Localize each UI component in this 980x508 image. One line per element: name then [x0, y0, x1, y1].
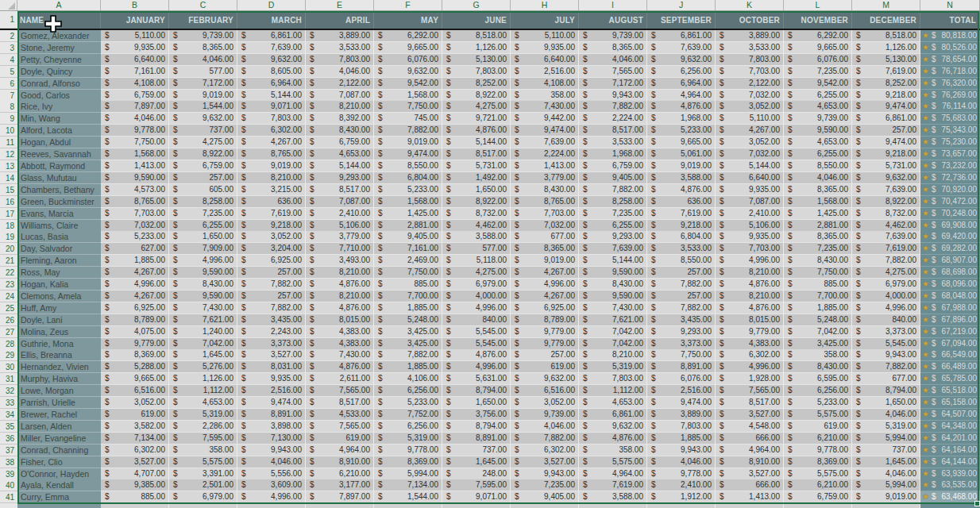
- cell-month-value[interactable]: $4,653.00: [306, 148, 374, 160]
- cell-month-value[interactable]: $7,565.00: [579, 66, 647, 78]
- cell-total[interactable]: ★$75,683.00: [920, 113, 980, 125]
- cell-month-value[interactable]: $9,943.00: [579, 90, 647, 102]
- cell-month-value[interactable]: $4,383.00: [306, 338, 374, 350]
- cell-total[interactable]: ★$64,507.00: [920, 409, 980, 421]
- cell-month-value[interactable]: $9,935.00: [101, 42, 169, 54]
- cell-month-value[interactable]: $4,996.00: [716, 361, 784, 373]
- cell-month-value[interactable]: $4,046.00: [237, 456, 306, 468]
- cell-total[interactable]: ★$67,896.00: [920, 314, 980, 326]
- cell-month-value[interactable]: $9,935.00: [716, 184, 784, 196]
- cell-month-value[interactable]: $3,052.00: [716, 101, 784, 113]
- cell-month-value[interactable]: $5,319.00: [169, 409, 237, 421]
- cell-month-value[interactable]: $619.00: [101, 409, 169, 421]
- row-header-4[interactable]: 4: [0, 54, 17, 66]
- row-header-41[interactable]: 41: [0, 491, 17, 503]
- cell-month-value[interactable]: $3,533.00: [579, 137, 647, 148]
- cell-month-value[interactable]: $2,611.00: [306, 373, 374, 385]
- cell-month-value[interactable]: $5,575.00: [784, 409, 852, 421]
- header-cell-october[interactable]: OCTOBER: [716, 11, 784, 29]
- cell-month-value[interactable]: [579, 503, 647, 508]
- cell-month-value[interactable]: $4,075.00: [101, 326, 169, 338]
- cell-month-value[interactable]: $9,019.00: [852, 491, 920, 503]
- cell-month-value[interactable]: $7,130.00: [237, 433, 306, 444]
- cell-name[interactable]: Chambers, Bethany: [17, 184, 101, 196]
- cell-month-value[interactable]: $7,703.00: [716, 66, 784, 78]
- cell-month-value[interactable]: $8,430.00: [169, 279, 237, 291]
- row-header-14[interactable]: 14: [0, 172, 17, 184]
- cell-month-value[interactable]: $8,430.00: [511, 184, 579, 196]
- cell-month-value[interactable]: $666.00: [716, 433, 784, 444]
- cell-month-value[interactable]: $737.00: [169, 125, 237, 137]
- cell-month-value[interactable]: $9,293.00: [647, 326, 716, 338]
- cell-month-value[interactable]: $6,210.00: [306, 468, 374, 480]
- cell-month-value[interactable]: $3,425.00: [784, 338, 852, 350]
- cell-month-value[interactable]: $7,710.00: [306, 243, 374, 255]
- cell-month-value[interactable]: $6,595.00: [784, 373, 852, 385]
- cell-total[interactable]: ★$66,549.00: [920, 349, 980, 361]
- cell-month-value[interactable]: $4,267.00: [237, 137, 306, 148]
- cell-month-value[interactable]: $3,779.00: [511, 172, 579, 184]
- row-header-2[interactable]: 2: [0, 30, 17, 42]
- cell-month-value[interactable]: $6,210.00: [784, 433, 852, 444]
- cell-month-value[interactable]: $885.00: [784, 279, 852, 291]
- cell-name[interactable]: Larsen, Alden: [17, 421, 101, 433]
- cell-month-value[interactable]: $7,565.00: [306, 421, 374, 433]
- cell-month-value[interactable]: $9,632.00: [647, 54, 716, 66]
- cell-total[interactable]: ★$63,468.00: [920, 491, 980, 503]
- cell-month-value[interactable]: $2,122.00: [306, 78, 374, 90]
- cell-month-value[interactable]: $3,588.00: [442, 231, 511, 243]
- column-header-m[interactable]: M: [852, 0, 920, 10]
- cell-month-value[interactable]: $6,256.00: [647, 66, 716, 78]
- cell-month-value[interactable]: $9,071.00: [442, 491, 511, 503]
- cell-month-value[interactable]: $6,076.00: [784, 54, 852, 66]
- header-cell-total[interactable]: TOTAL: [920, 11, 980, 29]
- cell-month-value[interactable]: $7,235.00: [784, 243, 852, 255]
- cell-name[interactable]: Alford, Lacota: [17, 125, 101, 137]
- cell-name[interactable]: Fisher, Clio: [17, 456, 101, 468]
- column-header-c[interactable]: C: [169, 0, 237, 10]
- cell-month-value[interactable]: $636.00: [647, 196, 716, 208]
- cell-month-value[interactable]: $9,779.00: [511, 338, 579, 350]
- row-header-5[interactable]: 5: [0, 66, 17, 78]
- cell-month-value[interactable]: [306, 503, 374, 508]
- cell-month-value[interactable]: $6,861.00: [237, 30, 306, 42]
- row-header-39[interactable]: 39: [0, 468, 17, 480]
- cell-month-value[interactable]: $7,172.00: [579, 78, 647, 90]
- cell-month-value[interactable]: $3,533.00: [716, 42, 784, 54]
- cell-month-value[interactable]: $8,794.00: [852, 385, 920, 397]
- cell-month-value[interactable]: $5,545.00: [852, 338, 920, 350]
- cell-month-value[interactable]: $4,876.00: [306, 279, 374, 291]
- cell-month-value[interactable]: $7,430.00: [306, 349, 374, 361]
- cell-month-value[interactable]: $4,653.00: [169, 397, 237, 409]
- cell-month-value[interactable]: $2,881.00: [374, 220, 442, 232]
- cell-month-value[interactable]: $9,779.00: [101, 338, 169, 350]
- cell-month-value[interactable]: $8,210.00: [306, 291, 374, 302]
- cell-total[interactable]: ★$68,907.00: [920, 255, 980, 267]
- cell-month-value[interactable]: $1,885.00: [374, 302, 442, 314]
- cell-month-value[interactable]: $4,707.00: [101, 468, 169, 480]
- cell-month-value[interactable]: $636.00: [237, 196, 306, 208]
- cell-month-value[interactable]: $1,112.00: [169, 385, 237, 397]
- cell-month-value[interactable]: $5,144.00: [237, 90, 306, 102]
- cell-month-value[interactable]: $2,224.00: [511, 148, 579, 160]
- cell-month-value[interactable]: $7,430.00: [511, 101, 579, 113]
- cell-month-value[interactable]: $1,126.00: [442, 42, 511, 54]
- cell-month-value[interactable]: $8,210.00: [237, 172, 306, 184]
- header-cell-december[interactable]: DECEMBER: [852, 11, 920, 29]
- row-header-30[interactable]: 30: [0, 361, 17, 373]
- cell-name[interactable]: Fleming, Aaron: [17, 255, 101, 267]
- cell-total[interactable]: ★$76,718.00: [920, 66, 980, 78]
- cell-month-value[interactable]: $1,413.00: [511, 160, 579, 172]
- cell-month-value[interactable]: $8,922.00: [442, 90, 511, 102]
- cell-month-value[interactable]: $4,267.00: [511, 267, 579, 279]
- cell-total[interactable]: ★$64,144.00: [920, 456, 980, 468]
- row-header-35[interactable]: 35: [0, 421, 17, 433]
- cell-month-value[interactable]: $8,210.00: [306, 101, 374, 113]
- cell-name[interactable]: Rice, Ivy: [17, 101, 101, 113]
- cell-total[interactable]: ★$69,908.00: [920, 220, 980, 232]
- row-header-31[interactable]: 31: [0, 373, 17, 385]
- cell-month-value[interactable]: $6,292.00: [374, 30, 442, 42]
- cell-month-value[interactable]: $7,430.00: [579, 302, 647, 314]
- cell-month-value[interactable]: $8,732.00: [852, 208, 920, 220]
- cell-month-value[interactable]: $5,319.00: [579, 361, 647, 373]
